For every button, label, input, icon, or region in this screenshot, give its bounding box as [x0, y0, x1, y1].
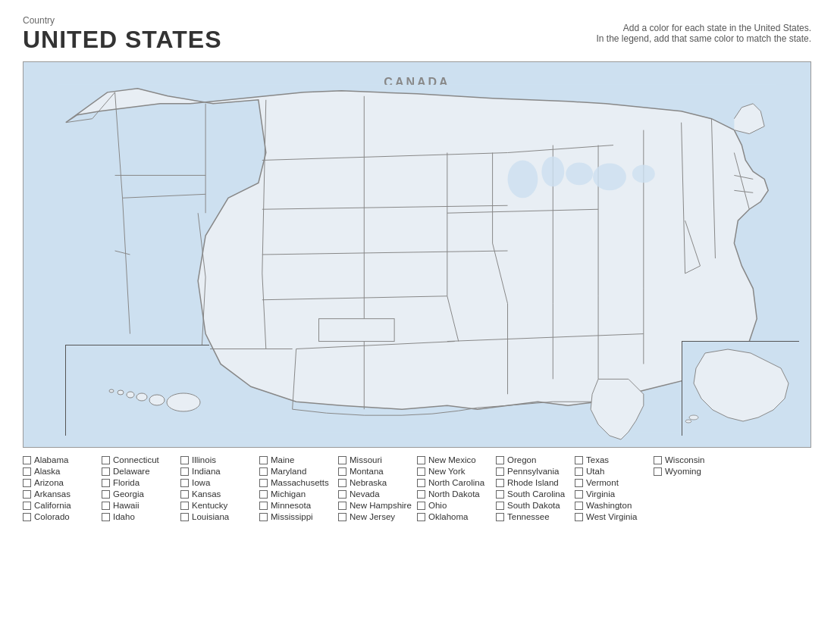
state-checkbox[interactable] — [575, 479, 583, 487]
svg-point-58 — [689, 415, 698, 420]
legend-column: MaineMarylandMassachusettsMichiganMinnes… — [259, 455, 338, 539]
legend-item: Minnesota — [259, 501, 338, 510]
state-checkbox[interactable] — [23, 513, 31, 521]
state-name: South Carolina — [507, 489, 565, 499]
state-checkbox[interactable] — [338, 502, 346, 510]
state-name: New Hampshire — [350, 501, 412, 510]
state-checkbox[interactable] — [575, 502, 583, 510]
state-checkbox[interactable] — [575, 490, 583, 499]
state-checkbox[interactable] — [102, 513, 110, 521]
state-checkbox[interactable] — [575, 513, 583, 521]
state-checkbox[interactable] — [417, 467, 425, 476]
legend-item: New Jersey — [338, 512, 417, 521]
state-checkbox[interactable] — [338, 479, 346, 487]
state-name: Hawaii — [113, 501, 140, 510]
state-name: California — [34, 501, 71, 510]
state-name: Tennessee — [507, 512, 550, 521]
state-checkbox[interactable] — [23, 467, 31, 476]
page-header: Country UNITED STATES Add a color for ea… — [23, 15, 811, 54]
state-name: Wisconsin — [665, 455, 704, 464]
state-checkbox[interactable] — [496, 479, 504, 487]
state-checkbox[interactable] — [496, 467, 504, 476]
state-checkbox[interactable] — [496, 502, 504, 510]
state-checkbox[interactable] — [417, 502, 425, 510]
state-checkbox[interactable] — [23, 456, 31, 464]
state-checkbox[interactable] — [338, 513, 346, 521]
state-checkbox[interactable] — [180, 513, 189, 521]
state-checkbox[interactable] — [496, 456, 504, 464]
legend-item: Oregon — [496, 455, 575, 464]
state-checkbox[interactable] — [23, 490, 31, 499]
legend-item: Washington — [575, 501, 654, 510]
state-checkbox[interactable] — [575, 467, 583, 476]
legend-item: Idaho — [102, 512, 180, 521]
state-name: Alabama — [34, 455, 68, 464]
state-checkbox[interactable] — [23, 479, 31, 487]
state-checkbox[interactable] — [180, 467, 189, 476]
state-checkbox[interactable] — [338, 467, 346, 476]
state-checkbox[interactable] — [654, 456, 662, 464]
state-checkbox[interactable] — [496, 513, 504, 521]
state-checkbox[interactable] — [417, 456, 425, 464]
state-name: Alaska — [34, 467, 61, 476]
legend-item: North Carolina — [417, 478, 496, 487]
state-checkbox[interactable] — [417, 479, 425, 487]
state-checkbox[interactable] — [180, 456, 189, 464]
svg-point-51 — [149, 395, 165, 405]
state-name: West Virginia — [586, 512, 637, 521]
legend-column: New MexicoNew YorkNorth CarolinaNorth Da… — [417, 455, 496, 539]
state-name: Kentucky — [192, 501, 227, 510]
state-checkbox[interactable] — [259, 467, 268, 476]
svg-point-55 — [109, 389, 114, 392]
state-name: New Jersey — [350, 512, 395, 521]
legend-item: Virginia — [575, 489, 654, 499]
state-checkbox[interactable] — [102, 456, 110, 464]
state-checkbox[interactable] — [259, 513, 268, 521]
legend-item: North Dakota — [417, 489, 496, 499]
state-name: Arizona — [34, 478, 64, 487]
legend-item: New York — [417, 467, 496, 476]
legend-item: Florida — [102, 478, 180, 487]
svg-point-48 — [632, 164, 655, 183]
legend-item: Colorado — [23, 512, 102, 521]
state-checkbox[interactable] — [259, 490, 268, 499]
state-checkbox[interactable] — [23, 502, 31, 510]
state-checkbox[interactable] — [102, 479, 110, 487]
svg-point-47 — [593, 163, 626, 190]
state-checkbox[interactable] — [338, 490, 346, 499]
state-checkbox[interactable] — [259, 479, 268, 487]
state-checkbox[interactable] — [102, 467, 110, 476]
svg-point-59 — [685, 420, 691, 423]
legend-column — [732, 455, 811, 539]
state-checkbox[interactable] — [417, 490, 425, 499]
state-checkbox[interactable] — [180, 479, 189, 487]
state-name: Texas — [586, 455, 609, 464]
state-checkbox[interactable] — [338, 456, 346, 464]
state-name: North Carolina — [428, 478, 484, 487]
state-checkbox[interactable] — [575, 456, 583, 464]
state-checkbox[interactable] — [102, 502, 110, 510]
state-checkbox[interactable] — [654, 467, 662, 476]
legend-item: Louisiana — [180, 512, 259, 521]
state-checkbox[interactable] — [259, 502, 268, 510]
legend-column: IllinoisIndianaIowaKansasKentuckyLouisia… — [180, 455, 259, 539]
state-name: Minnesota — [271, 501, 311, 510]
legend-item: Nevada — [338, 489, 417, 499]
state-name: Massachusetts — [271, 478, 329, 487]
legend-item: Maine — [259, 455, 338, 464]
legend-item: Iowa — [180, 478, 259, 487]
legend-item: Alaska — [23, 467, 102, 476]
map-container: CANADA — [23, 61, 811, 448]
legend-column: OregonPennsylvaniaRhode IslandSouth Caro… — [496, 455, 575, 539]
state-checkbox[interactable] — [417, 513, 425, 521]
state-name: Oregon — [507, 455, 536, 464]
state-checkbox[interactable] — [102, 490, 110, 499]
state-checkbox[interactable] — [180, 490, 189, 499]
state-checkbox[interactable] — [180, 502, 189, 510]
legend-item: Massachusetts — [259, 478, 338, 487]
instruction-line1: Add a color for each state in the United… — [623, 23, 811, 33]
state-name: Louisiana — [192, 512, 229, 521]
state-checkbox[interactable] — [496, 490, 504, 499]
state-checkbox[interactable] — [259, 456, 268, 464]
state-name: New York — [428, 467, 466, 476]
